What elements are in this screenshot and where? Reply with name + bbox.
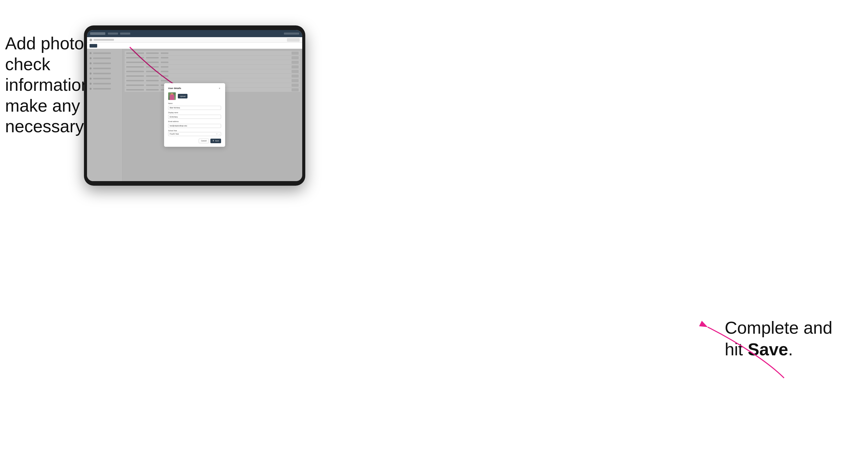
cancel-button[interactable]: Cancel	[199, 138, 209, 143]
app-nav	[87, 30, 302, 37]
modal-header: User details ×	[168, 87, 221, 90]
school-year-label: School Year	[168, 130, 221, 131]
name-input[interactable]	[168, 106, 221, 110]
arrow-right	[698, 317, 794, 388]
school-year-select-wrapper: × ⌄	[168, 132, 221, 136]
school-year-field-group: School Year × ⌄	[168, 130, 221, 136]
nav-right	[284, 33, 299, 35]
nav-links	[108, 33, 130, 35]
modal-close-button[interactable]: ×	[218, 87, 221, 90]
user-details-modal: User details × Upload	[164, 83, 225, 147]
email-input[interactable]	[168, 124, 221, 128]
email-label: Email address	[168, 121, 221, 122]
name-label: Name	[168, 102, 221, 104]
tablet-screen: User details × Upload	[87, 30, 302, 181]
toolbar-btn	[90, 44, 97, 48]
name-field-group: Name	[168, 102, 221, 110]
modal-title: User details	[168, 87, 181, 90]
upload-button[interactable]: Upload	[178, 94, 187, 98]
modal-footer: Cancel ⬆ Save	[168, 138, 221, 143]
email-field-group: Email address	[168, 121, 221, 128]
save-icon: ⬆	[212, 139, 214, 142]
display-name-label: Display name	[168, 112, 221, 114]
nav-link-2	[120, 33, 130, 35]
school-year-input[interactable]	[168, 132, 221, 136]
tablet-frame: User details × Upload	[84, 25, 305, 186]
subnav-right	[287, 38, 300, 42]
nav-link-1	[108, 33, 118, 35]
select-clear-icon[interactable]: ×	[216, 133, 218, 135]
subnav-icon	[90, 39, 92, 41]
subnav-text	[94, 39, 114, 41]
save-button[interactable]: ⬆ Save	[210, 138, 221, 143]
display-name-input[interactable]	[168, 115, 221, 119]
nav-logo	[90, 32, 105, 35]
display-name-field-group: Display name	[168, 112, 221, 119]
avatar-thumbnail	[168, 92, 176, 100]
photo-upload-area: Upload	[168, 92, 221, 100]
modal-overlay: User details × Upload	[87, 49, 302, 181]
app-content: User details × Upload	[87, 49, 302, 181]
